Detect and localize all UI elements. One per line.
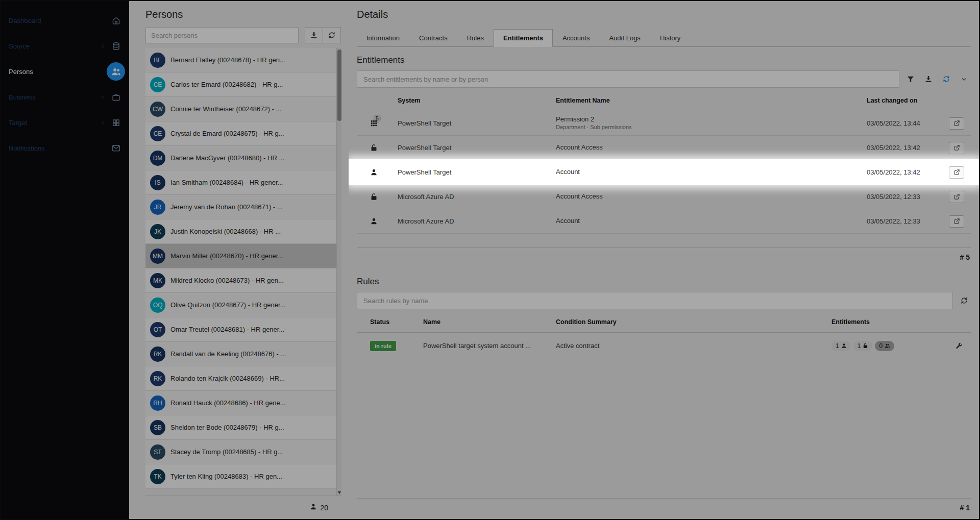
- sidebar-item-label: Target: [9, 119, 27, 127]
- entitlement-row[interactable]: Microsoft Azure ADAccount03/05/2022, 12:…: [357, 209, 971, 234]
- refresh-icon: [328, 31, 336, 39]
- col-last-changed: Last changed on: [861, 97, 942, 104]
- col-entitlement-name: Entitlement Name: [556, 97, 861, 104]
- person-avatar: TK: [150, 469, 165, 484]
- person-list-item[interactable]: CECarlos ter Emard (00248682) - HR g...: [145, 72, 341, 97]
- person-label: Carlos ter Emard (00248682) - HR g...: [170, 81, 283, 88]
- rule-row[interactable]: in rulePowerShell target system account …: [357, 333, 971, 359]
- person-avatar: DM: [150, 151, 165, 166]
- entitlements-expand-button[interactable]: [958, 72, 971, 86]
- details-tabs: InformationContractsRulesEntitlementsAcc…: [357, 29, 971, 47]
- rules-count: # 1: [960, 504, 970, 512]
- person-avatar: JK: [150, 224, 165, 239]
- person-list-item[interactable]: OQOlive Quitzon (00248677) - HR gener...: [145, 293, 341, 317]
- entitlement-system: Microsoft Azure AD: [398, 217, 556, 225]
- person-avatar: CE: [150, 126, 165, 141]
- rule-entitlement-pill: 1: [831, 341, 851, 351]
- unlock-icon: [863, 343, 868, 349]
- person-list-item[interactable]: CWConnie ter Wintheiser (00248672) - ...: [145, 97, 341, 121]
- person-list-item[interactable]: BFBernard Flatley (00248678) - HR gen...: [145, 48, 341, 72]
- person-list-item[interactable]: RKRolando ten Krajcik (00248669) - HR...: [145, 366, 341, 391]
- person-label: Marvin Miller (00248670) - HR gener...: [170, 252, 283, 260]
- persons-list: BFBernard Flatley (00248678) - HR gen...…: [145, 48, 341, 496]
- entitlements-refresh-button[interactable]: [940, 72, 953, 86]
- person-avatar: CW: [150, 102, 165, 117]
- person-list-item[interactable]: JRJeremy van de Rohan (00248671) - ...: [145, 195, 341, 219]
- entitlements-search-input[interactable]: [357, 70, 899, 88]
- open-entitlement-button[interactable]: [949, 191, 964, 203]
- entitlement-row[interactable]: PowerShell TargetAccount Access03/05/202…: [357, 136, 971, 160]
- person-avatar: ST: [150, 444, 165, 460]
- app-window: DashboardSourcePersonsBusinessTargetNoti…: [0, 0, 980, 520]
- person-list-item[interactable]: MMMarvin Miller (00248670) - HR gener...: [145, 244, 341, 268]
- person-avatar: CE: [150, 77, 165, 92]
- tab-information[interactable]: Information: [357, 29, 409, 47]
- briefcase-icon: [112, 93, 120, 102]
- tab-contracts[interactable]: Contracts: [409, 29, 457, 47]
- active-nav-icon-circle: [107, 62, 125, 81]
- entitlements-download-button[interactable]: [922, 72, 935, 86]
- user-icon: [841, 343, 847, 349]
- person-avatar: BF: [150, 53, 165, 68]
- rule-status-badge: in rule: [370, 341, 396, 351]
- tab-rules[interactable]: Rules: [457, 29, 494, 47]
- persons-search-input[interactable]: [145, 27, 299, 43]
- entitlements-toolbar: [357, 70, 971, 88]
- sidebar-item-business[interactable]: Business: [1, 84, 129, 110]
- person-list-item[interactable]: RKRandall van de Keeling (00248676) - ..…: [145, 342, 341, 366]
- rule-actions-button[interactable]: [952, 339, 965, 353]
- col-entitlements: Entitlements: [831, 318, 946, 326]
- person-list-item[interactable]: MKMildred Klocko (00248673) - HR gen...: [145, 268, 341, 293]
- sidebar-item-dashboard[interactable]: Dashboard: [1, 8, 129, 33]
- entitlements-table-body: 5PowerShell TargetPermission 2Department…: [357, 111, 971, 234]
- tab-accounts[interactable]: Accounts: [553, 29, 599, 47]
- person-list-item[interactable]: RHRonald Hauck (00248686) - HR gene...: [145, 391, 341, 415]
- entitlements-section: Entitlements System Entitlement Name Las…: [357, 47, 971, 261]
- person-list-item[interactable]: TKTyler ten Kling (00248683) - HR gen...: [145, 464, 341, 489]
- person-list-item[interactable]: OTOmar Treutel (00248681) - HR gener...: [145, 317, 341, 342]
- pill-count: 1: [857, 342, 861, 350]
- details-panel: Details InformationContractsRulesEntitle…: [349, 1, 979, 519]
- rules-refresh-button[interactable]: [958, 294, 971, 307]
- envelope-icon: [112, 144, 120, 153]
- open-entitlement-button[interactable]: [949, 215, 964, 228]
- chevron-left-icon: [100, 120, 106, 126]
- person-list-item[interactable]: DMDarlene MacGyver (00248680) - HR ...: [145, 146, 341, 170]
- entitlements-title: Entitlements: [357, 55, 971, 65]
- persons-refresh-button[interactable]: [323, 27, 341, 43]
- tab-entitlements[interactable]: Entitlements: [494, 29, 553, 47]
- col-system: System: [398, 97, 556, 104]
- entitlement-system: PowerShell Target: [398, 168, 556, 176]
- person-list-item[interactable]: STStacey de Tromp (00248685) - HR g...: [145, 440, 341, 464]
- persons-download-button[interactable]: [305, 27, 323, 43]
- wrench-icon: [955, 342, 963, 350]
- tab-history[interactable]: History: [650, 29, 690, 47]
- person-list-item[interactable]: CECrystal de Emard (00248675) - HR g...: [145, 121, 341, 146]
- sidebar-item-persons[interactable]: Persons: [1, 59, 129, 84]
- entitlements-filter-button[interactable]: [904, 72, 917, 86]
- open-entitlement-button[interactable]: [949, 166, 964, 179]
- sidebar-item-notifications[interactable]: Notifications: [1, 135, 129, 161]
- person-label: Tyler ten Kling (00248683) - HR gen...: [170, 473, 282, 480]
- entitlement-name: Account Access: [556, 193, 861, 201]
- refresh-icon: [942, 75, 950, 83]
- entitlement-row[interactable]: Microsoft Azure ADAccount Access03/05/20…: [357, 185, 971, 209]
- sidebar-item-target[interactable]: Target: [1, 110, 129, 135]
- person-list-item[interactable]: ISIan Smitham (00248684) - HR gener...: [145, 170, 341, 195]
- rules-toolbar: [357, 292, 971, 309]
- home-icon: [112, 16, 120, 25]
- grid2-icon: [112, 118, 120, 127]
- person-list-item[interactable]: SBSheldon ter Bode (00248679) - HR g...: [145, 415, 341, 440]
- person-list-item[interactable]: JKJustin Konopelski (00248668) - HR ...: [145, 219, 341, 244]
- entitlement-row[interactable]: 5PowerShell TargetPermission 2Department…: [357, 111, 971, 136]
- open-entitlement-button[interactable]: [949, 142, 964, 154]
- rules-search-input[interactable]: [357, 292, 953, 309]
- scrollbar-down-arrow[interactable]: [338, 491, 341, 494]
- entitlement-row-highlighted[interactable]: PowerShell TargetAccount03/05/2022, 13:4…: [357, 160, 971, 185]
- persons-scrollbar[interactable]: [336, 48, 341, 496]
- tab-audit-logs[interactable]: Audit Logs: [599, 29, 650, 47]
- scrollbar-thumb[interactable]: [337, 49, 341, 121]
- open-entitlement-button[interactable]: [949, 117, 964, 130]
- entitlement-last-changed: 03/05/2022, 12:33: [861, 217, 942, 225]
- sidebar-item-source[interactable]: Source: [1, 33, 129, 59]
